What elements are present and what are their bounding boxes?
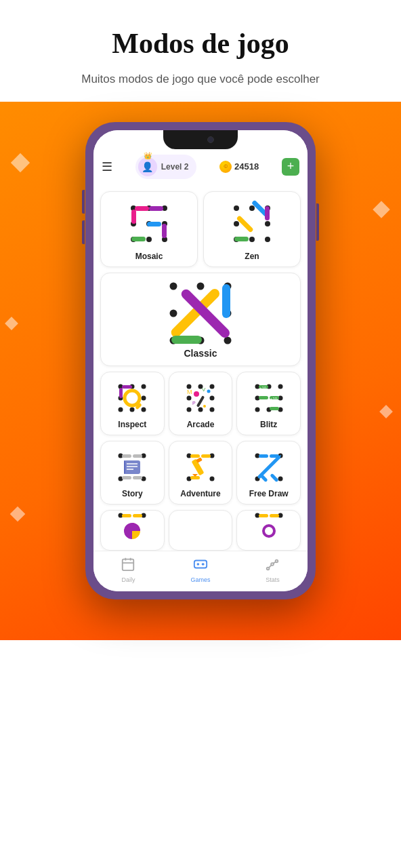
level-badge: 👑 👤 Level 2	[135, 155, 197, 179]
svg-rect-37	[171, 336, 202, 344]
svg-point-128	[196, 563, 199, 566]
svg-point-122	[263, 526, 274, 536]
svg-point-28	[197, 282, 205, 290]
nav-item-stats[interactable]: Stats	[265, 557, 280, 583]
mosaic-icon	[125, 200, 173, 248]
mode-card-arcade[interactable]: M V P	[169, 372, 233, 435]
svg-point-44	[119, 407, 123, 412]
crown-icon: 👑	[144, 152, 152, 159]
volume-up-button	[82, 190, 85, 214]
svg-line-112	[259, 458, 278, 477]
arcade-icon: M V P	[183, 380, 218, 416]
svg-point-97	[209, 476, 214, 481]
decorative-diamond-2	[5, 317, 18, 330]
svg-point-30	[170, 309, 177, 317]
mode-card-mosaic[interactable]: Mosaic	[100, 191, 198, 267]
svg-point-7	[146, 237, 152, 242]
page-title: Modos de jogo	[14, 27, 387, 60]
mode-card-adventure[interactable]: Adventure	[169, 441, 233, 505]
zen-icon	[228, 200, 276, 248]
svg-point-66	[203, 405, 206, 408]
svg-point-16	[249, 205, 255, 211]
svg-text:M: M	[187, 389, 192, 395]
svg-rect-11	[149, 206, 163, 211]
svg-text:+10: +10	[270, 397, 278, 401]
svg-point-45	[130, 407, 135, 412]
page-wrapper: Modos de jogo Muitos modos de jogo que v…	[0, 0, 401, 868]
svg-point-65	[207, 389, 210, 393]
nav-item-games[interactable]: Games	[190, 557, 210, 583]
mode-card-extra2[interactable]	[169, 510, 233, 551]
svg-point-15	[234, 205, 239, 211]
svg-point-18	[234, 221, 239, 226]
power-button	[316, 203, 319, 241]
mode-card-zen[interactable]: Zen	[203, 191, 301, 267]
mosaic-label: Mosaic	[135, 252, 163, 261]
svg-rect-12	[162, 224, 167, 238]
classic-label: Classic	[184, 348, 217, 359]
top-section: Modos de jogo Muitos modos de jogo que v…	[0, 0, 401, 102]
coins-display: © 24518	[219, 161, 259, 173]
free-draw-icon	[251, 450, 287, 485]
svg-rect-120	[259, 514, 268, 517]
modes-row-bottom: Story	[100, 441, 301, 505]
add-coins-button[interactable]: +	[282, 158, 299, 176]
svg-point-55	[186, 395, 191, 400]
svg-point-41	[142, 384, 146, 389]
adventure-icon	[183, 450, 218, 485]
blitz-icon: +10 +10	[251, 380, 287, 416]
svg-point-69	[278, 384, 282, 389]
app-content[interactable]: Mosaic	[93, 186, 308, 551]
modes-grid: Mosaic	[100, 191, 301, 551]
mode-card-classic[interactable]: Classic	[100, 273, 301, 366]
modes-row-partial	[100, 510, 301, 551]
svg-rect-86	[133, 454, 142, 458]
phone-notch	[163, 130, 238, 149]
decorative-diamond-1	[11, 153, 30, 172]
svg-text:W: W	[128, 394, 135, 402]
mode-card-extra1[interactable]	[100, 510, 165, 551]
classic-icon	[170, 283, 231, 344]
svg-point-46	[142, 407, 146, 412]
story-icon	[114, 450, 150, 485]
svg-rect-76	[259, 396, 268, 399]
modes-row-top: Mosaic	[100, 191, 301, 267]
svg-point-19	[265, 221, 270, 226]
svg-rect-13	[131, 237, 146, 241]
svg-point-72	[255, 407, 259, 412]
menu-button[interactable]: ☰	[102, 159, 112, 174]
svg-point-132	[272, 563, 274, 566]
svg-rect-88	[133, 476, 142, 479]
nav-item-daily[interactable]: Daily	[121, 557, 135, 583]
mode-card-blitz[interactable]: +10 +10 Blitz	[236, 372, 301, 435]
svg-rect-99	[201, 454, 211, 458]
svg-rect-127	[194, 560, 207, 568]
mode-card-story[interactable]: Story	[100, 441, 165, 505]
svg-point-64	[194, 391, 199, 397]
svg-rect-123	[123, 559, 134, 570]
decorative-diamond-3	[10, 506, 26, 521]
mode-card-extra3[interactable]	[236, 510, 301, 551]
svg-rect-47	[122, 385, 132, 389]
svg-rect-48	[119, 388, 123, 398]
svg-rect-38	[222, 284, 230, 318]
svg-text:V: V	[202, 387, 206, 393]
phone-screen: ☰ 👑 👤 Level 2 © 24518 +	[93, 130, 308, 591]
svg-line-135	[274, 561, 276, 563]
coins-amount: 24518	[234, 161, 259, 172]
level-label: Level 2	[161, 162, 189, 172]
svg-rect-25	[234, 237, 249, 241]
svg-rect-85	[122, 454, 131, 458]
volume-down-button	[82, 220, 85, 244]
svg-rect-9	[135, 206, 149, 211]
mode-card-inspect[interactable]: W Inspect	[100, 372, 165, 435]
page-subtitle: Muitos modos de jogo que você pode escol…	[14, 71, 387, 88]
svg-text:+10: +10	[259, 386, 267, 390]
svg-point-131	[267, 567, 270, 570]
svg-rect-121	[270, 514, 279, 517]
svg-rect-26	[265, 206, 270, 220]
svg-rect-117	[133, 514, 142, 517]
svg-line-134	[269, 565, 272, 568]
mode-card-free-draw[interactable]: Free Draw	[236, 441, 301, 505]
inspect-icon: W	[114, 380, 150, 416]
